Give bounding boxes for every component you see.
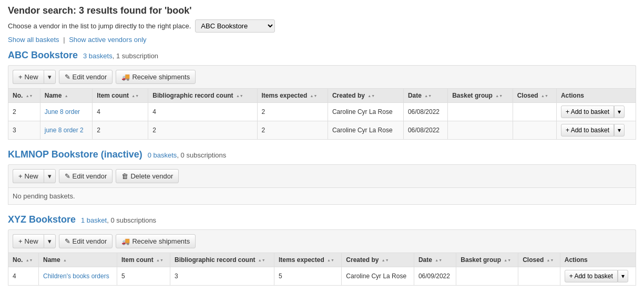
cell-basket-group — [456, 267, 518, 286]
cell-closed — [518, 267, 560, 286]
vendor-name-klmnop: KLMNOP Bookstore (inactive) — [8, 149, 142, 160]
vendor-meta-klmnop: 0 baskets, 0 subscriptions — [148, 151, 227, 159]
vendor-header-klmnop: KLMNOP Bookstore (inactive) 0 baskets, 0… — [8, 149, 636, 160]
add-to-basket-group: + Add to basket ▾ — [561, 106, 625, 118]
cell-name: Children's books orders — [38, 267, 117, 286]
col-bib-count-abc[interactable]: Bibliographic record count ▲▼ — [148, 89, 257, 103]
receive-shipments-button-xyz[interactable]: 🚚 Receive shipments — [116, 234, 196, 248]
cell-closed — [513, 103, 556, 121]
cell-name: June 8 order — [40, 103, 93, 121]
show-all-baskets-link[interactable]: Show all baskets — [8, 36, 59, 44]
col-date-abc[interactable]: Date ▲▼ — [403, 89, 447, 103]
cell-actions: + Add to basket ▾ — [560, 267, 636, 286]
cell-bib-count: 3 — [170, 267, 274, 286]
cell-basket-group — [448, 121, 513, 140]
new-button-group-abc: + New ▾ — [13, 70, 56, 84]
toolbar-abc: + New ▾ ✎ Edit vendor 🚚 Receive shipment… — [8, 65, 636, 88]
cell-no: 4 — [8, 267, 39, 286]
add-to-basket-dropdown[interactable]: ▾ — [614, 106, 625, 118]
separator: | — [63, 36, 65, 44]
vendor-select-dropdown[interactable]: ABC Bookstore KLMNOP Bookstore XYZ Books… — [195, 19, 275, 33]
edit-vendor-button-xyz[interactable]: ✎ Edit vendor — [59, 234, 113, 248]
toolbar-klmnop: + New ▾ ✎ Edit vendor 🗑 Delete vendor — [8, 164, 636, 187]
col-created-by-abc[interactable]: Created by ▲▼ — [328, 89, 403, 103]
cell-items-expected: 2 — [257, 103, 328, 121]
new-button-xyz[interactable]: + New — [13, 234, 44, 248]
col-closed-abc[interactable]: Closed ▲▼ — [513, 89, 556, 103]
vendor-meta-xyz: 1 basket, 0 subscriptions — [81, 216, 156, 224]
new-dropdown-abc[interactable]: ▾ — [44, 70, 56, 84]
add-to-basket-dropdown[interactable]: ▾ — [618, 270, 628, 282]
vendor-header-xyz: XYZ Bookstore 1 basket, 0 subscriptions — [8, 214, 636, 225]
col-name-abc[interactable]: Name ▲ — [40, 89, 93, 103]
cell-created-by: Caroline Cyr La Rose — [328, 121, 403, 140]
vendor-baskets-link-abc[interactable]: 3 baskets — [83, 52, 113, 60]
basket-link[interactable]: june 8 order 2 — [45, 127, 84, 134]
edit-vendor-button-klmnop[interactable]: ✎ Edit vendor — [59, 169, 113, 183]
col-created-by-xyz[interactable]: Created by ▲▼ — [342, 253, 414, 267]
col-no-xyz[interactable]: No. ▲▼ — [8, 253, 39, 267]
pencil-icon-abc: ✎ — [65, 73, 70, 81]
vendor-section-klmnop: KLMNOP Bookstore (inactive) 0 baskets, 0… — [8, 149, 636, 205]
cell-items-expected: 2 — [257, 121, 328, 140]
col-no-abc[interactable]: No. ▲▼ — [8, 89, 40, 103]
col-closed-xyz[interactable]: Closed ▲▼ — [518, 253, 560, 267]
plus-icon-klmnop: + — [18, 172, 23, 180]
cell-basket-group — [448, 103, 513, 121]
cell-item-count: 5 — [117, 267, 170, 286]
col-date-xyz[interactable]: Date ▲▼ — [414, 253, 456, 267]
col-basket-group-abc[interactable]: Basket group ▲▼ — [448, 89, 513, 103]
cell-closed — [513, 121, 556, 140]
cell-date: 06/08/2022 — [403, 121, 447, 140]
cell-items-expected: 5 — [274, 267, 342, 286]
edit-vendor-button-abc[interactable]: ✎ Edit vendor — [59, 70, 113, 84]
vendor-name-xyz: XYZ Bookstore — [8, 214, 76, 225]
col-item-count-xyz[interactable]: Item count ▲▼ — [117, 253, 170, 267]
add-to-basket-button[interactable]: + Add to basket — [561, 106, 614, 118]
new-button-klmnop[interactable]: + New — [13, 169, 44, 183]
plus-icon-abc: + — [18, 73, 23, 81]
cell-name: june 8 order 2 — [40, 121, 93, 140]
table-row: 2 June 8 order 4 4 2 Caroline Cyr La Ros… — [8, 103, 636, 121]
new-button-group-klmnop: + New ▾ — [13, 169, 56, 183]
vendor-baskets-link-klmnop[interactable]: 0 baskets — [148, 151, 177, 159]
cell-item-count: 2 — [93, 121, 148, 140]
col-items-expected-xyz[interactable]: Items expected ▲▼ — [274, 253, 342, 267]
col-name-xyz[interactable]: Name ▲ — [38, 253, 117, 267]
col-basket-group-xyz[interactable]: Basket group ▲▼ — [456, 253, 518, 267]
col-actions-abc: Actions — [556, 89, 636, 103]
basket-link[interactable]: Children's books orders — [43, 272, 109, 280]
cell-bib-count: 2 — [148, 121, 257, 140]
new-dropdown-klmnop[interactable]: ▾ — [44, 169, 56, 183]
table-row: 3 june 8 order 2 2 2 2 Caroline Cyr La R… — [8, 121, 636, 140]
new-button-abc[interactable]: + New — [13, 70, 44, 84]
col-bib-count-xyz[interactable]: Bibliographic record count ▲▼ — [170, 253, 274, 267]
add-to-basket-button[interactable]: + Add to basket — [561, 124, 614, 136]
basket-link[interactable]: June 8 order — [45, 108, 80, 116]
add-to-basket-dropdown[interactable]: ▾ — [614, 124, 625, 136]
col-items-expected-abc[interactable]: Items expected ▲▼ — [257, 89, 328, 103]
vendor-select-row: Choose a vendor in the list to jump dire… — [8, 19, 636, 33]
delete-vendor-button-klmnop[interactable]: 🗑 Delete vendor — [116, 169, 179, 183]
cell-no: 3 — [8, 121, 40, 140]
page-title: Vendor search: 3 results found for 'book… — [8, 5, 636, 16]
receive-shipments-button-abc[interactable]: 🚚 Receive shipments — [116, 70, 196, 84]
cell-item-count: 4 — [93, 103, 148, 121]
cell-actions: + Add to basket ▾ — [556, 103, 636, 121]
new-dropdown-xyz[interactable]: ▾ — [44, 234, 56, 248]
pencil-icon-xyz: ✎ — [65, 237, 70, 245]
vendor-baskets-link-xyz[interactable]: 1 basket — [81, 216, 107, 224]
plus-icon-xyz: + — [18, 237, 23, 245]
links-row: Show all baskets | Show active vendors o… — [8, 36, 636, 44]
vendor-select-label: Choose a vendor in the list to jump dire… — [8, 22, 191, 30]
truck-icon-abc: 🚚 — [121, 73, 130, 81]
baskets-table-xyz: No. ▲▼ Name ▲ Item count ▲▼ Bibliographi… — [8, 253, 636, 286]
add-to-basket-button[interactable]: + Add to basket — [565, 270, 618, 282]
col-item-count-abc[interactable]: Item count ▲▼ — [93, 89, 148, 103]
baskets-table-abc: No. ▲▼ Name ▲ Item count ▲▼ Bibliographi… — [8, 88, 636, 140]
show-active-vendors-link[interactable]: Show active vendors only — [69, 36, 146, 44]
cell-actions: + Add to basket ▾ — [556, 121, 636, 140]
cell-date: 06/09/2022 — [414, 267, 456, 286]
pencil-icon-klmnop: ✎ — [65, 172, 70, 180]
new-button-group-xyz: + New ▾ — [13, 234, 56, 248]
